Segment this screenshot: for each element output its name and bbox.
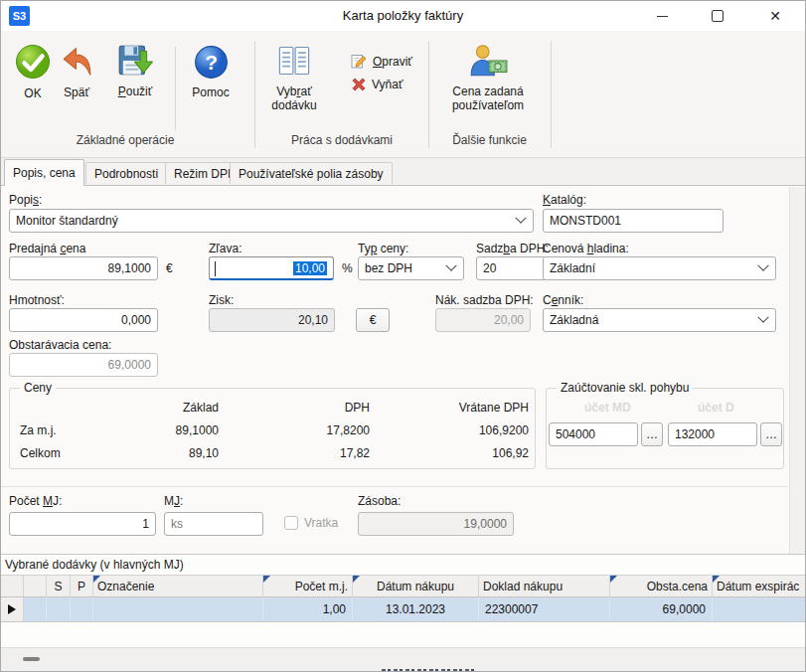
obstaravacia-label: Obstarávacia cena:: [9, 338, 111, 352]
ribbon-group-deliveries: Práca s dodávkami: [257, 133, 426, 147]
mj-input[interactable]: ks: [164, 512, 263, 536]
ucet-md-value: 504000: [556, 427, 595, 441]
user-price-icon: [467, 43, 509, 83]
typ-ceny-select[interactable]: bez DPH: [358, 256, 464, 280]
ceny-corner: [20, 401, 111, 415]
row-marker-cell: [1, 597, 24, 621]
mj-label: MJ:: [164, 494, 183, 508]
column-header-marker[interactable]: [1, 576, 24, 596]
form-panel: Popis: Monitor štandardný Katalóg: MONST…: [1, 185, 806, 554]
tab-pouzivatelske-polia[interactable]: Používateľské polia zásoby: [230, 162, 393, 184]
column-header-doklad-nakupu[interactable]: Doklad nákupu: [479, 576, 610, 596]
nak-sadzba-label: Nák. sadzba DPH:: [435, 293, 534, 307]
sadzba-dph-label: Sadzba DPH:: [476, 242, 549, 255]
titlebar: S3 Karta položky faktúry ✕: [1, 1, 805, 31]
grid-header-row: S P Označenie Počet m.j. Dátum nákupu Do…: [1, 575, 806, 597]
splitter-handle[interactable]: [23, 657, 40, 661]
predajna-cena-label: Predajná cena: [9, 242, 85, 255]
vratka-checkbox-group: Vratka: [284, 516, 338, 530]
column-header-datum-exspiracie[interactable]: Dátum exspirác: [713, 576, 806, 596]
zlava-value: 10,00: [293, 261, 327, 275]
hmotnost-value: 0,000: [121, 313, 151, 327]
user-price-label-2: používateľom: [452, 98, 524, 112]
column-header-obsta-cena[interactable]: Obsta.cena: [610, 576, 713, 596]
ucet-md-browse-button[interactable]: …: [641, 422, 663, 446]
popis-combobox[interactable]: Monitor štandardný: [9, 209, 534, 233]
hmotnost-label: Hmotnosť:: [9, 293, 65, 307]
select-delivery-icon: [276, 43, 312, 83]
ribbon-separator: [175, 47, 176, 130]
predajna-cena-input[interactable]: 89,1000: [9, 256, 158, 280]
cell-pocet-mj: 1,00: [263, 597, 353, 621]
apply-button-label: Použiť: [118, 84, 153, 98]
popis-value: Monitor štandardný: [16, 214, 118, 228]
zauctovanie-legend: Zaúčtovanie skl. pohybu: [557, 381, 693, 395]
ceny-groupbox: Ceny Základ DPH Vrátane DPH Za m.j. 89,1…: [9, 388, 536, 469]
ceny-header-vratane: Vrátane DPH: [370, 401, 529, 415]
back-button[interactable]: Späť: [55, 43, 98, 99]
zlava-label: Zľava:: [209, 242, 242, 255]
ribbon-group-separator: [551, 41, 552, 148]
ceny-header-dph: DPH: [219, 401, 370, 415]
column-header-datum-nakupu[interactable]: Dátum nákupu: [353, 576, 479, 596]
cell-p: [71, 597, 93, 621]
ceny-zamj-zaklad: 89,1000: [111, 423, 219, 437]
help-button[interactable]: ? Pomoc: [184, 43, 238, 99]
cell-obsta-cena: 69,0000: [610, 597, 713, 621]
close-button[interactable]: ✕: [758, 1, 792, 31]
cell-datum-exspiracie: [713, 597, 806, 621]
column-header-oznacenie[interactable]: Označenie: [93, 576, 263, 596]
pocet-mj-label: Počet MJ:: [9, 494, 62, 508]
ok-button[interactable]: OK: [9, 43, 57, 100]
text-caret: [215, 261, 216, 276]
column-header-blank[interactable]: [24, 576, 47, 596]
ribbon-group-separator: [254, 41, 255, 148]
selected-deliveries-panel: Vybrané dodávky (v hlavných MJ) S P Ozna…: [1, 554, 806, 647]
edit-button[interactable]: Opraviť: [351, 53, 412, 70]
tab-podrobnosti[interactable]: Podrobnosti: [85, 162, 167, 184]
edit-note-icon: [351, 53, 368, 70]
ribbon-toolbar: OK Späť Použiť ? Pomoc Vybrať: [1, 31, 805, 158]
typ-ceny-value: bez DPH: [365, 261, 412, 275]
ucet-d-input[interactable]: 132000: [668, 422, 757, 446]
hmotnost-input[interactable]: 0,000: [9, 308, 158, 332]
pocet-mj-input[interactable]: 1: [9, 512, 156, 536]
ucet-d-value: 132000: [675, 427, 715, 441]
cell-blank: [24, 597, 47, 621]
ceny-header-zaklad: Základ: [111, 401, 219, 415]
minimize-button[interactable]: [645, 1, 679, 31]
chevron-down-icon: [445, 260, 456, 271]
nak-sadzba-value: 20,00: [494, 313, 524, 327]
window-title: Karta položky faktúry: [1, 8, 805, 23]
grid-title: Vybrané dodávky (v hlavných MJ): [5, 558, 184, 572]
zasoba-value: 19,0000: [464, 517, 507, 531]
zisk-currency-toggle-button[interactable]: €: [356, 308, 390, 332]
zlava-input[interactable]: 10,00: [209, 256, 334, 280]
tab-popis-cena[interactable]: Popis, cena: [4, 159, 84, 186]
obstaravacia-value: 69,0000: [108, 358, 151, 372]
table-row[interactable]: 1,00 13.01.2023 22300007 69,0000: [1, 597, 806, 622]
help-question-icon: ?: [194, 43, 229, 84]
maximize-icon: [712, 10, 724, 22]
column-header-s[interactable]: S: [47, 576, 71, 596]
column-header-pocet-mj[interactable]: Počet m.j.: [263, 576, 353, 596]
apply-button[interactable]: Použiť: [106, 43, 164, 98]
column-header-p[interactable]: P: [71, 576, 93, 596]
zauctovanie-groupbox: Zaúčtovanie skl. pohybu účet MD účet D 5…: [546, 388, 784, 469]
cennik-select[interactable]: Základná: [543, 308, 776, 332]
select-delivery-button[interactable]: Vybrať dodávku: [259, 43, 329, 112]
svg-text:?: ?: [205, 51, 218, 74]
cell-s: [47, 597, 71, 621]
katalog-input[interactable]: MONSTD001: [543, 209, 724, 233]
katalog-label: Katalóg:: [543, 193, 586, 207]
user-price-button[interactable]: Cena zadaná používateľom: [433, 43, 543, 112]
cenova-hladina-select[interactable]: Základní: [543, 256, 776, 280]
edit-button-label: Opraviť: [373, 55, 412, 69]
zisk-currency-label: €: [370, 313, 377, 327]
maximize-button[interactable]: [701, 1, 734, 31]
ucet-md-input[interactable]: 504000: [549, 422, 638, 446]
remove-button[interactable]: Vyňať: [351, 77, 403, 92]
ucet-d-browse-button[interactable]: …: [760, 422, 782, 446]
predajna-cena-value: 89,1000: [108, 261, 151, 275]
cell-datum-nakupu: 13.01.2023: [353, 597, 479, 621]
